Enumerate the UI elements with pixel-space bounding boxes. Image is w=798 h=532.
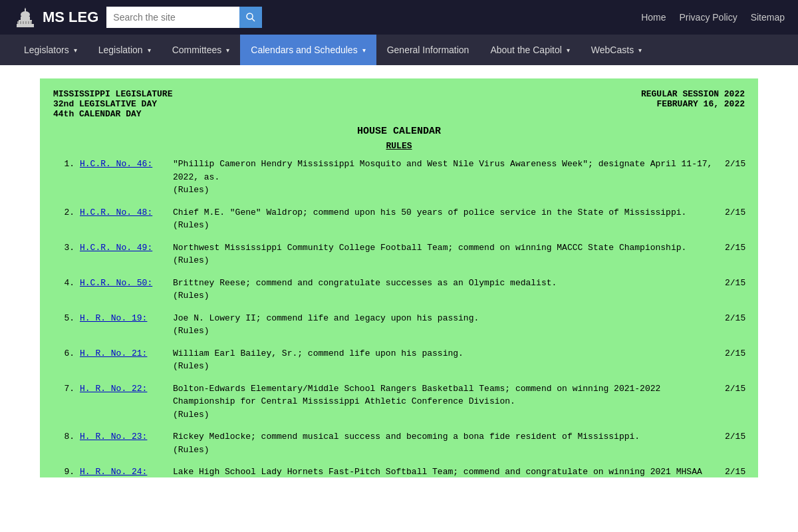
svg-point-13 (247, 13, 253, 19)
item-description: Bolton-Edwards Elementary/Middle School … (166, 382, 718, 422)
legislation-link[interactable]: H. R. No. 21: (80, 347, 166, 360)
chevron-down-icon: ▾ (362, 47, 366, 54)
item-date: 2/15 (718, 347, 745, 360)
nav-label-general-info: General Information (387, 45, 469, 55)
calendar-row: 5.H. R. No. 19:Joe N. Lowery II; commend… (53, 312, 745, 338)
item-description: Rickey Medlocke; commend musical success… (166, 430, 718, 456)
calendar-row: 2.H.C.R. No. 48:Chief M.E. "Gene" Waldro… (53, 206, 745, 232)
search-form[interactable] (106, 7, 262, 28)
item-description: Chief M.E. "Gene" Waldrop; commend upon … (166, 206, 718, 232)
calendar-row: 7.H. R. No. 22:Bolton-Edwards Elementary… (53, 382, 745, 422)
item-number: 4. (53, 277, 80, 290)
calendar-row: 8.H. R. No. 23:Rickey Medlocke; commend … (53, 430, 745, 456)
legislation-link[interactable]: H.C.R. No. 46: (80, 158, 166, 171)
item-date: 2/15 (718, 466, 745, 477)
item-date: 2/15 (718, 382, 745, 396)
privacy-policy-link[interactable]: Privacy Policy (680, 12, 737, 23)
calendar-title: HOUSE CALENDAR (53, 126, 745, 137)
chevron-down-icon: ▾ (148, 47, 151, 54)
item-number: 3. (53, 241, 80, 255)
chevron-down-icon: ▾ (74, 47, 77, 54)
search-button[interactable] (239, 7, 262, 28)
calendar-row: 3.H.C.R. No. 49:Northwest Mississippi Co… (53, 241, 745, 267)
chevron-down-icon: ▾ (226, 47, 229, 54)
item-description: Joe N. Lowery II; commend life and legac… (166, 312, 718, 338)
calendar-subtitle: RULES (53, 141, 745, 151)
legislation-link[interactable]: H.C.R. No. 49: (80, 241, 166, 255)
nav-label-webcasts: WebCasts (591, 45, 634, 55)
item-description: William Earl Bailey, Sr.; commend life u… (166, 347, 718, 373)
legislation-link[interactable]: H. R. No. 22: (80, 382, 166, 396)
calendar-scroll-area[interactable]: MISSISSIPPI LEGISLATURE 32nd LEGISLATIVE… (40, 78, 758, 477)
top-bar-left: MS LEG (13, 5, 262, 29)
item-date: 2/15 (718, 312, 745, 325)
calendar-day: 44th CALENDAR DAY (53, 109, 172, 119)
item-description: Brittney Reese; commend and congratulate… (166, 277, 718, 303)
svg-rect-10 (25, 21, 27, 24)
item-date: 2/15 (718, 206, 745, 219)
top-bar: MS LEG Home Privacy Policy Sitemap (0, 0, 798, 35)
search-input[interactable] (106, 7, 239, 28)
nav-item-calendars[interactable]: Calendars and Schedules ▾ (240, 35, 376, 65)
chevron-down-icon: ▾ (638, 47, 642, 54)
logo-text: MS LEG (43, 9, 98, 26)
chevron-down-icon: ▾ (567, 47, 570, 54)
calendar-items-list: 1.H.C.R. No. 46:"Phillip Cameron Hendry … (53, 158, 745, 477)
legislation-link[interactable]: H. R. No. 19: (80, 312, 166, 325)
svg-line-14 (252, 19, 255, 21)
calendar-header: MISSISSIPPI LEGISLATURE 32nd LEGISLATIVE… (53, 89, 745, 119)
item-date: 2/15 (718, 277, 745, 290)
legislation-link[interactable]: H. R. No. 23: (80, 430, 166, 444)
svg-rect-9 (23, 21, 24, 24)
svg-rect-8 (20, 21, 21, 24)
nav-item-committees[interactable]: Committees ▾ (162, 35, 241, 65)
item-number: 1. (53, 158, 80, 171)
item-date: 2/15 (718, 241, 745, 255)
nav-item-webcasts[interactable]: WebCasts ▾ (581, 35, 652, 65)
nav-label-committees: Committees (172, 45, 222, 55)
legislation-link[interactable]: H.C.R. No. 48: (80, 206, 166, 219)
logo: MS LEG (13, 5, 98, 29)
nav-label-about-capitol: About the Capitol (490, 45, 561, 55)
session-date: FEBRUARY 16, 2022 (641, 99, 745, 109)
nav-label-legislation: Legislation (98, 45, 143, 55)
calendar-row: 4.H.C.R. No. 50:Brittney Reese; commend … (53, 277, 745, 303)
legislation-link[interactable]: H. R. No. 24: (80, 466, 166, 477)
item-date: 2/15 (718, 158, 745, 171)
nav-item-legislators[interactable]: Legislators ▾ (13, 35, 88, 65)
calendar-row: 1.H.C.R. No. 46:"Phillip Cameron Hendry … (53, 158, 745, 197)
calendar-header-left: MISSISSIPPI LEGISLATURE 32nd LEGISLATIVE… (53, 89, 172, 119)
item-description: Northwest Mississippi Community College … (166, 241, 718, 267)
svg-rect-11 (28, 21, 29, 24)
calendar-row: 6.H. R. No. 21:William Earl Bailey, Sr.;… (53, 347, 745, 373)
nav-label-legislators: Legislators (24, 45, 69, 55)
legislation-link[interactable]: H.C.R. No. 50: (80, 277, 166, 290)
nav-label-calendars: Calendars and Schedules (251, 45, 357, 55)
item-number: 9. (53, 466, 80, 477)
top-bar-links: Home Privacy Policy Sitemap (641, 12, 785, 23)
main-content: MISSISSIPPI LEGISLATURE 32nd LEGISLATIVE… (0, 65, 798, 491)
home-link[interactable]: Home (641, 12, 666, 23)
svg-rect-12 (31, 21, 32, 24)
calendar-header-right: REGULAR SESSION 2022 FEBRUARY 16, 2022 (641, 89, 745, 119)
nav-item-about-capitol[interactable]: About the Capitol ▾ (479, 35, 580, 65)
item-number: 5. (53, 312, 80, 325)
search-icon (246, 13, 255, 22)
item-number: 6. (53, 347, 80, 360)
nav-bar: Legislators ▾ Legislation ▾ Committees ▾… (0, 35, 798, 65)
item-number: 7. (53, 382, 80, 396)
nav-item-legislation[interactable]: Legislation ▾ (88, 35, 162, 65)
capitol-icon (13, 5, 37, 29)
item-number: 8. (53, 430, 80, 444)
item-date: 2/15 (718, 430, 745, 444)
calendar-container: MISSISSIPPI LEGISLATURE 32nd LEGISLATIVE… (40, 78, 758, 477)
legislative-day: 32nd LEGISLATIVE DAY (53, 99, 172, 109)
item-number: 2. (53, 206, 80, 219)
nav-item-general-info[interactable]: General Information (376, 35, 480, 65)
sitemap-link[interactable]: Sitemap (751, 12, 785, 23)
session-name: REGULAR SESSION 2022 (641, 89, 745, 99)
legislature-name: MISSISSIPPI LEGISLATURE (53, 89, 172, 99)
calendar-row: 9.H. R. No. 24:Lake High School Lady Hor… (53, 466, 745, 477)
svg-rect-7 (17, 21, 19, 24)
item-description: "Phillip Cameron Hendry Mississippi Mosq… (166, 158, 718, 197)
